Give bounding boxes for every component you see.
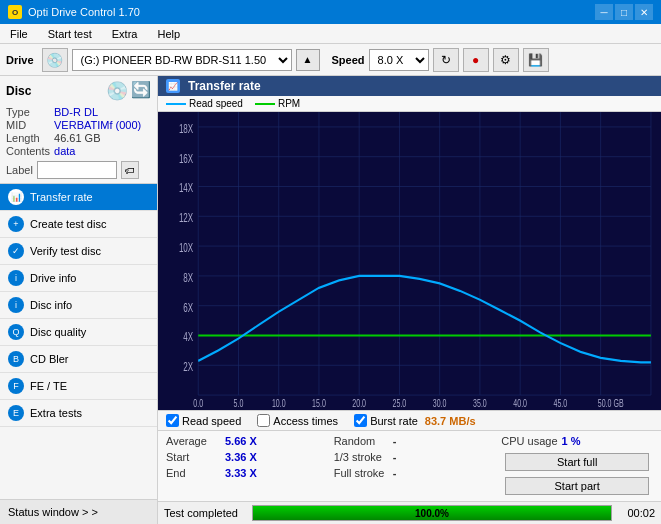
burst-rate-value: 83.7 MB/s: [425, 415, 476, 427]
menu-file[interactable]: File: [4, 26, 34, 42]
read-speed-color: [166, 103, 186, 105]
disc-icon-button[interactable]: ●: [463, 48, 489, 72]
menu-start-test[interactable]: Start test: [42, 26, 98, 42]
start-value: 3.36 X: [225, 451, 257, 463]
label-icon-button[interactable]: 🏷: [121, 161, 139, 179]
nav-disc-quality[interactable]: Q Disc quality: [0, 319, 157, 346]
disc-quality-icon: Q: [8, 324, 24, 340]
refresh-button[interactable]: ↻: [433, 48, 459, 72]
burst-rate-checkbox-label: Burst rate: [370, 415, 418, 427]
nav-cd-bler[interactable]: B CD Bler: [0, 346, 157, 373]
speed-label: Speed: [332, 54, 365, 66]
nav-cd-bler-label: CD Bler: [30, 353, 69, 365]
close-button[interactable]: ✕: [635, 4, 653, 20]
progress-percent-text: 100.0%: [253, 506, 611, 520]
drive-info-icon: i: [8, 270, 24, 286]
length-label: Length: [6, 132, 50, 144]
rpm-legend-label: RPM: [278, 98, 300, 109]
start-label: Start: [166, 451, 221, 463]
average-value: 5.66 X: [225, 435, 257, 447]
chart-legend: Read speed RPM: [158, 96, 661, 112]
nav-extra-tests[interactable]: E Extra tests: [0, 400, 157, 427]
eject-button[interactable]: ▲: [296, 49, 320, 71]
type-label: Type: [6, 106, 50, 118]
minimize-button[interactable]: ─: [595, 4, 613, 20]
end-label: End: [166, 467, 221, 479]
nav-verify-test-disc[interactable]: ✓ Verify test disc: [0, 238, 157, 265]
nav-transfer-rate[interactable]: 📊 Transfer rate: [0, 184, 157, 211]
cd-bler-icon: B: [8, 351, 24, 367]
random-label: Random: [334, 435, 389, 447]
read-speed-check[interactable]: [166, 414, 179, 427]
nav-fe-te[interactable]: F FE / TE: [0, 373, 157, 400]
nav-drive-info[interactable]: i Drive info: [0, 265, 157, 292]
rpm-color: [255, 103, 275, 105]
main-layout: Disc 💿 🔄 Type BD-R DL MID VERBATIMf (000…: [0, 76, 661, 524]
stat-cpu: CPU usage 1 %: [493, 433, 661, 449]
settings-button[interactable]: ⚙: [493, 48, 519, 72]
speed-dropdown[interactable]: 8.0 X: [369, 49, 429, 71]
menu-help[interactable]: Help: [151, 26, 186, 42]
status-window-button[interactable]: Status window > >: [0, 499, 157, 524]
svg-text:12X: 12X: [179, 212, 193, 225]
svg-text:8X: 8X: [183, 271, 193, 284]
svg-text:15.0: 15.0: [312, 398, 326, 410]
create-test-disc-icon: +: [8, 216, 24, 232]
progress-bar-bg: 100.0%: [252, 505, 612, 521]
access-times-check[interactable]: [257, 414, 270, 427]
stats-table: Average 5.66 X Start 3.36 X End 3.33 X R…: [158, 430, 661, 501]
read-speed-legend-label: Read speed: [189, 98, 243, 109]
stat-full-stroke: Full stroke -: [326, 465, 494, 481]
svg-text:40.0: 40.0: [513, 398, 527, 410]
app-icon: O: [8, 5, 22, 19]
burst-rate-checkbox[interactable]: Burst rate 83.7 MB/s: [354, 414, 475, 427]
toolbar: Drive 💿 (G:) PIONEER BD-RW BDR-S11 1.50 …: [0, 44, 661, 76]
random-value: -: [393, 435, 397, 447]
svg-text:35.0: 35.0: [473, 398, 487, 410]
nav-verify-test-disc-label: Verify test disc: [30, 245, 101, 257]
drive-icon: 💿: [42, 48, 68, 72]
drive-label: Drive: [6, 54, 34, 66]
contents-label: Contents: [6, 145, 50, 157]
menu-bar: File Start test Extra Help: [0, 24, 661, 44]
drive-dropdown[interactable]: (G:) PIONEER BD-RW BDR-S11 1.50: [72, 49, 292, 71]
svg-text:5.0: 5.0: [234, 398, 244, 410]
svg-text:4X: 4X: [183, 331, 193, 344]
start-part-button[interactable]: Start part: [505, 477, 649, 495]
nav-fe-te-label: FE / TE: [30, 380, 67, 392]
svg-text:10X: 10X: [179, 242, 193, 255]
chart-svg: 18X 16X 14X 12X 10X 8X 6X 4X 2X 0.0 5.0 …: [158, 112, 661, 410]
burst-rate-check[interactable]: [354, 414, 367, 427]
app-title: Opti Drive Control 1.70: [28, 6, 140, 18]
access-times-checkbox-label: Access times: [273, 415, 338, 427]
disc-label-input[interactable]: [37, 161, 117, 179]
chart-header: 📈 Transfer rate: [158, 76, 661, 96]
stats-col-2: Random - 1/3 stroke - Full stroke -: [326, 431, 494, 501]
maximize-button[interactable]: □: [615, 4, 633, 20]
svg-text:2X: 2X: [183, 361, 193, 374]
save-button[interactable]: 💾: [523, 48, 549, 72]
start-full-button[interactable]: Start full: [505, 453, 649, 471]
access-times-checkbox[interactable]: Access times: [257, 414, 338, 427]
svg-text:18X: 18X: [179, 122, 193, 135]
end-value: 3.33 X: [225, 467, 257, 479]
stat-average: Average 5.66 X: [158, 433, 326, 449]
stat-1-3-stroke: 1/3 stroke -: [326, 449, 494, 465]
nav-disc-info-label: Disc info: [30, 299, 72, 311]
read-speed-legend: Read speed: [166, 98, 243, 109]
nav-extra-tests-label: Extra tests: [30, 407, 82, 419]
nav-create-test-disc[interactable]: + Create test disc: [0, 211, 157, 238]
mid-value: VERBATIMf (000): [54, 119, 151, 131]
read-speed-checkbox-label: Read speed: [182, 415, 241, 427]
menu-extra[interactable]: Extra: [106, 26, 144, 42]
progress-bar-container: Test completed 100.0% 00:02: [158, 501, 661, 524]
stats-col-3: CPU usage 1 % Start full Start part: [493, 431, 661, 501]
read-speed-checkbox[interactable]: Read speed: [166, 414, 241, 427]
full-stroke-label: Full stroke: [334, 467, 389, 479]
disc-image-icon[interactable]: 💿: [106, 80, 128, 102]
nav-disc-info[interactable]: i Disc info: [0, 292, 157, 319]
stat-random: Random -: [326, 433, 494, 449]
verify-test-disc-icon: ✓: [8, 243, 24, 259]
status-window-label: Status window > >: [8, 506, 98, 518]
disc-refresh-icon[interactable]: 🔄: [131, 80, 151, 102]
